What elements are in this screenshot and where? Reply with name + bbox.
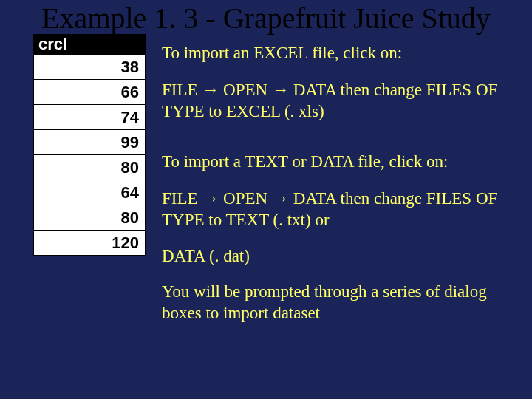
- table-row: 64: [34, 180, 145, 205]
- table-row: 66: [34, 79, 145, 104]
- slide-title: Example 1. 3 - Grapefruit Juice Study: [33, 1, 499, 35]
- table-row: 80: [34, 154, 145, 180]
- arrow-icon: →: [202, 188, 219, 208]
- arrow-icon: →: [272, 188, 289, 208]
- table-header: crcl: [34, 35, 145, 54]
- text-span: FILE: [162, 189, 202, 208]
- table-row: 80: [34, 205, 145, 230]
- arrow-icon: →: [202, 80, 219, 99]
- table-row: 120: [34, 230, 145, 255]
- paragraph: FILE → OPEN → DATA then change FILES OF …: [162, 79, 499, 123]
- paragraph: FILE → OPEN → DATA then change FILES OF …: [162, 188, 499, 231]
- table-row: 74: [34, 104, 145, 129]
- text-span: OPEN: [219, 81, 272, 99]
- paragraph: To import an EXCEL file, click on:: [162, 43, 499, 64]
- text-span: OPEN: [219, 189, 272, 208]
- paragraph: DATA (. dat): [162, 246, 499, 267]
- table-row: 38: [34, 54, 145, 79]
- data-table: crcl 38 66 74 99 80 64 80 120: [33, 34, 146, 256]
- arrow-icon: →: [272, 80, 289, 99]
- text-span: FILE: [162, 81, 202, 99]
- text-content: To import an EXCEL file, click on: FILE …: [162, 43, 499, 339]
- paragraph: You will be prompted through a series of…: [162, 282, 499, 324]
- paragraph: To import a TEXT or DATA file, click on:: [162, 151, 499, 173]
- table-row: 99: [34, 129, 145, 154]
- slide-body: crcl 38 66 74 99 80 64 80 120 To import …: [33, 43, 499, 339]
- slide: Example 1. 3 - Grapefruit Juice Study cr…: [0, 1, 532, 399]
